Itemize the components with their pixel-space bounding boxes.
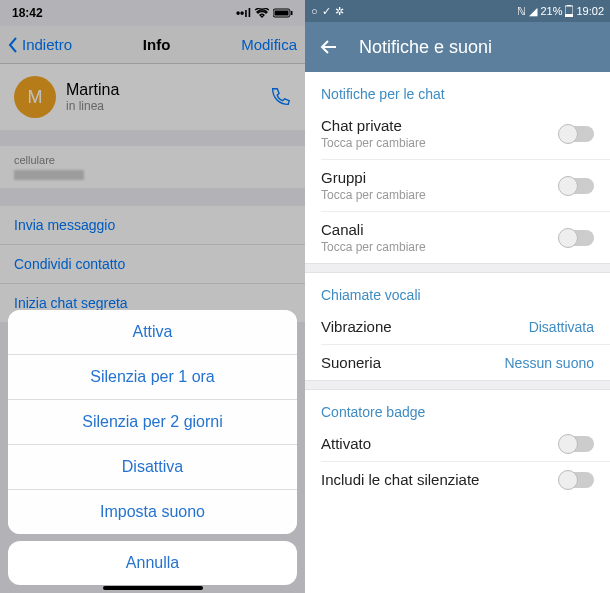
settings-body: Notifiche per le chat Chat private Tocca…	[305, 72, 610, 497]
location-icon: ✲	[335, 5, 344, 18]
ios-phone: 18:42 ••ıl Indietro Info Modifica M Mart…	[0, 0, 305, 593]
sheet-deactivate[interactable]: Disattiva	[8, 445, 297, 490]
row-title: Vibrazione	[321, 318, 529, 335]
toggle-private-chats[interactable]	[560, 126, 594, 142]
sheet-set-sound[interactable]: Imposta suono	[8, 490, 297, 534]
row-title: Includi le chat silenziate	[321, 471, 560, 488]
battery-icon	[565, 5, 573, 17]
row-subtitle: Tocca per cambiare	[321, 136, 560, 150]
sheet-mute-2d[interactable]: Silenzia per 2 giorni	[8, 400, 297, 445]
home-indicator[interactable]	[103, 586, 203, 590]
row-include-muted[interactable]: Includi le chat silenziate	[305, 462, 610, 497]
sheet-activate[interactable]: Attiva	[8, 310, 297, 355]
svg-rect-5	[567, 5, 571, 6]
back-button[interactable]	[319, 37, 339, 57]
row-groups[interactable]: Gruppi Tocca per cambiare	[305, 160, 610, 211]
sheet-cancel[interactable]: Annulla	[8, 541, 297, 585]
row-enabled[interactable]: Attivato	[305, 426, 610, 461]
row-title: Attivato	[321, 435, 560, 452]
sheet-options: Attiva Silenzia per 1 ora Silenzia per 2…	[8, 310, 297, 534]
section-badge-counter: Contatore badge	[305, 390, 610, 426]
toggle-include-muted[interactable]	[560, 472, 594, 488]
toggle-badge-enabled[interactable]	[560, 436, 594, 452]
row-title: Suoneria	[321, 354, 504, 371]
page-title: Notifiche e suoni	[359, 37, 492, 58]
nfc-icon: ℕ	[517, 5, 526, 18]
row-ringtone[interactable]: Suoneria Nessun suono	[305, 345, 610, 380]
sheet-mute-1h[interactable]: Silenzia per 1 ora	[8, 355, 297, 400]
vibration-value: Disattivata	[529, 319, 594, 335]
signal-icon: ◢	[529, 5, 537, 18]
android-status-bar: ○ ✓ ✲ ℕ ◢ 21% 19:02	[305, 0, 610, 22]
row-title: Canali	[321, 221, 560, 238]
row-vibration[interactable]: Vibrazione Disattivata	[305, 309, 610, 344]
android-header: Notifiche e suoni	[305, 22, 610, 72]
section-divider	[305, 380, 610, 390]
teardrop-icon: ✓	[322, 5, 331, 18]
toggle-groups[interactable]	[560, 178, 594, 194]
arrow-left-icon	[319, 37, 339, 57]
row-subtitle: Tocca per cambiare	[321, 188, 560, 202]
row-channels[interactable]: Canali Tocca per cambiare	[305, 212, 610, 263]
action-sheet: Attiva Silenzia per 1 ora Silenzia per 2…	[8, 310, 297, 585]
row-title: Chat private	[321, 117, 560, 134]
section-chat-notifications: Notifiche per le chat	[305, 72, 610, 108]
section-divider	[305, 263, 610, 273]
svg-rect-4	[565, 14, 573, 17]
android-time: 19:02	[576, 5, 604, 17]
telegram-status-icon: ○	[311, 5, 318, 17]
android-phone: ○ ✓ ✲ ℕ ◢ 21% 19:02 Notifiche e suoni No…	[305, 0, 610, 593]
ringtone-value: Nessun suono	[504, 355, 594, 371]
battery-text: 21%	[540, 5, 562, 17]
section-voice-calls: Chiamate vocali	[305, 273, 610, 309]
row-private-chats[interactable]: Chat private Tocca per cambiare	[305, 108, 610, 159]
row-subtitle: Tocca per cambiare	[321, 240, 560, 254]
toggle-channels[interactable]	[560, 230, 594, 246]
row-title: Gruppi	[321, 169, 560, 186]
